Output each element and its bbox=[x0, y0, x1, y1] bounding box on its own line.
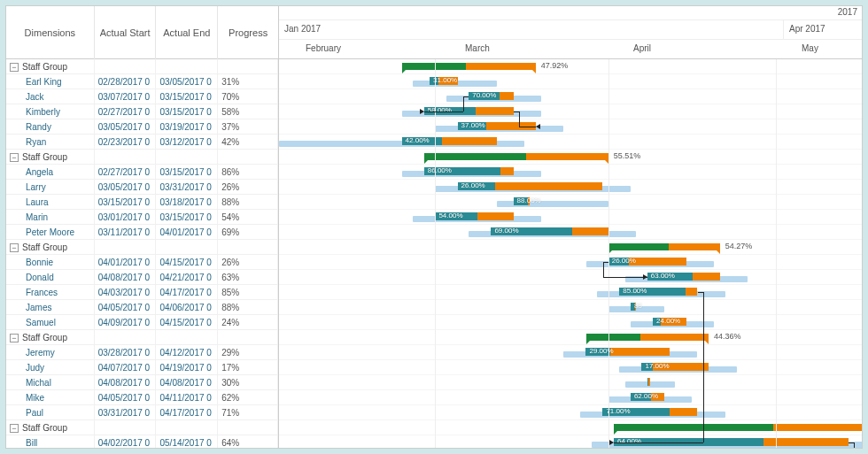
grid-body: −Staff GroupEarl King02/28/2017 003/05/2… bbox=[6, 59, 278, 449]
cell-progress: 64% bbox=[218, 435, 278, 450]
grid-group-row[interactable]: −Staff Group bbox=[6, 59, 278, 74]
collapse-toggle[interactable]: − bbox=[10, 424, 19, 433]
cell-actual-end: 04/06/2017 0 bbox=[156, 300, 218, 315]
task-pct-label: 88.00% bbox=[517, 196, 541, 204]
grid-task-row[interactable]: Mike04/05/2017 004/11/2017 062% bbox=[6, 390, 278, 405]
grid-group-row[interactable]: −Staff Group bbox=[6, 240, 278, 255]
summary-bar[interactable]: 44.36% bbox=[586, 334, 709, 341]
task-name: Judy bbox=[26, 363, 44, 373]
group-name: Staff Group bbox=[22, 242, 67, 252]
task-name: James bbox=[26, 303, 51, 312]
cell-actual-end: 04/15/2017 0 bbox=[156, 255, 218, 270]
summary-pct-label: 54.27% bbox=[725, 242, 753, 250]
cell-progress: 26% bbox=[218, 180, 278, 195]
col-header-progress[interactable]: Progress bbox=[218, 6, 278, 59]
grid-task-row[interactable]: Peter Moore03/11/2017 004/01/2017 069% bbox=[6, 225, 278, 240]
grid-task-row[interactable]: Jack03/07/2017 003/15/2017 070% bbox=[6, 89, 278, 104]
cell-actual-end: 04/15/2017 0 bbox=[156, 315, 218, 330]
grid-task-row[interactable]: Laura03/15/2017 003/18/2017 088% bbox=[6, 195, 278, 210]
cell-actual-end: 04/19/2017 0 bbox=[156, 360, 218, 375]
cell-actual-start: 04/02/2017 0 bbox=[95, 435, 157, 450]
grid-task-row[interactable]: Donald04/08/2017 004/21/2017 063% bbox=[6, 270, 278, 285]
grid-task-row[interactable]: Larry03/05/2017 003/31/2017 026% bbox=[6, 180, 278, 195]
cell-actual-end: 04/11/2017 0 bbox=[156, 390, 218, 405]
cell-actual-end: 05/14/2017 0 bbox=[156, 435, 218, 450]
cell-actual-end bbox=[156, 330, 218, 345]
cell-actual-start: 02/27/2017 0 bbox=[95, 104, 157, 119]
grid-task-row[interactable]: Paul03/31/2017 004/17/2017 071% bbox=[6, 405, 278, 420]
task-name: Earl King bbox=[26, 77, 62, 87]
cell-progress: 86% bbox=[218, 165, 278, 180]
cell-progress: 29% bbox=[218, 345, 278, 360]
task-name: Samuel bbox=[26, 318, 56, 327]
task-name: Ryan bbox=[26, 137, 46, 147]
task-pct-label: 26.00% bbox=[461, 181, 485, 189]
task-pct-label: 88 bbox=[634, 302, 642, 310]
task-pct-label: 29.00% bbox=[589, 347, 613, 355]
cell-actual-end bbox=[156, 240, 218, 255]
grid-task-row[interactable]: Ryan02/23/2017 003/12/2017 042% bbox=[6, 135, 278, 150]
cell-progress: 37% bbox=[218, 119, 278, 135]
task-pct-label: 54.00% bbox=[438, 212, 462, 219]
col-header-actual-start[interactable]: Actual Start bbox=[95, 6, 157, 59]
collapse-toggle[interactable]: − bbox=[10, 243, 19, 252]
grid-task-row[interactable]: Frances04/03/2017 004/17/2017 085% bbox=[6, 285, 278, 300]
cell-progress bbox=[218, 150, 278, 165]
task-name: Frances bbox=[26, 288, 58, 297]
cell-progress: 62% bbox=[218, 390, 278, 405]
grid-group-row[interactable]: −Staff Group bbox=[6, 420, 278, 435]
cell-actual-start: 04/05/2017 0 bbox=[95, 300, 157, 315]
grid-task-row[interactable]: Judy04/07/2017 004/19/2017 017% bbox=[6, 360, 278, 375]
cell-actual-end: 04/12/2017 0 bbox=[156, 345, 218, 360]
grid-task-row[interactable]: Randy03/05/2017 003/19/2017 037% bbox=[6, 119, 278, 135]
collapse-toggle[interactable]: − bbox=[10, 153, 19, 162]
grid-task-row[interactable]: Angela02/27/2017 003/15/2017 086% bbox=[6, 165, 278, 180]
cell-actual-start: 04/05/2017 0 bbox=[95, 390, 157, 405]
task-name: Paul bbox=[26, 408, 43, 418]
task-pct-label: 64.00% bbox=[617, 437, 641, 445]
cell-progress: 63% bbox=[218, 270, 278, 285]
grid-task-row[interactable]: Jeremy03/28/2017 004/12/2017 029% bbox=[6, 345, 278, 360]
dependency-arrow bbox=[536, 124, 540, 129]
grid-task-row[interactable]: Marin03/01/2017 003/15/2017 054% bbox=[6, 210, 278, 225]
cell-actual-end: 04/17/2017 0 bbox=[156, 405, 218, 420]
group-name: Staff Group bbox=[22, 152, 67, 162]
cell-progress: 54% bbox=[218, 210, 278, 225]
cell-progress: 24% bbox=[218, 315, 278, 330]
grid-task-row[interactable]: Bill04/02/2017 005/14/2017 064% bbox=[6, 435, 278, 449]
cell-progress: 88% bbox=[218, 195, 278, 210]
grid-group-row[interactable]: −Staff Group bbox=[6, 150, 278, 165]
summary-bar[interactable]: 54.27% bbox=[608, 243, 720, 250]
dependency-arrow bbox=[643, 274, 647, 280]
cell-actual-end: 04/08/2017 0 bbox=[156, 375, 218, 390]
summary-bar[interactable]: 62.07% bbox=[614, 424, 863, 431]
cell-actual-start: 03/11/2017 0 bbox=[95, 225, 157, 240]
cell-actual-start: 04/07/2017 0 bbox=[95, 360, 157, 375]
col-header-actual-end[interactable]: Actual End bbox=[156, 6, 218, 59]
task-name: Michal bbox=[26, 378, 51, 388]
task-pct-label: 26.00% bbox=[612, 257, 636, 265]
collapse-toggle[interactable]: − bbox=[10, 63, 19, 72]
task-pct-label: 63.00% bbox=[651, 272, 675, 280]
collapse-toggle[interactable]: − bbox=[10, 334, 19, 342]
cell-progress: 42% bbox=[218, 135, 278, 150]
grid-task-row[interactable]: Earl King02/28/2017 003/05/2017 031% bbox=[6, 74, 278, 89]
summary-bar[interactable]: 55.51% bbox=[424, 153, 608, 160]
grid-task-row[interactable]: Samuel04/09/2017 004/15/2017 024% bbox=[6, 315, 278, 330]
timeline-pane[interactable]: 2017 Jan 2017Apr 2017 FebruaryMarchApril… bbox=[279, 6, 863, 448]
cell-actual-start: 04/01/2017 0 bbox=[95, 255, 157, 270]
gantt-container: Dimensions Actual Start Actual End Progr… bbox=[5, 5, 863, 449]
group-name: Staff Group bbox=[22, 423, 67, 433]
grid-task-row[interactable]: Kimberly02/27/2017 003/15/2017 058% bbox=[6, 104, 278, 119]
grid-task-row[interactable]: Michal04/08/2017 004/08/2017 030% bbox=[6, 375, 278, 390]
task-pct-label: 70.00% bbox=[472, 91, 496, 99]
col-header-dimensions[interactable]: Dimensions bbox=[6, 6, 95, 59]
task-pct-label: 62.00% bbox=[634, 392, 658, 400]
grid-group-row[interactable]: −Staff Group bbox=[6, 330, 278, 345]
grid-task-row[interactable]: Bonnie04/01/2017 004/15/2017 026% bbox=[6, 255, 278, 270]
cell-actual-start: 02/27/2017 0 bbox=[95, 165, 157, 180]
cell-progress: 69% bbox=[218, 225, 278, 240]
cell-progress: 58% bbox=[218, 104, 278, 119]
summary-bar[interactable]: 47.92% bbox=[402, 63, 536, 70]
grid-task-row[interactable]: James04/05/2017 004/06/2017 088% bbox=[6, 300, 278, 315]
